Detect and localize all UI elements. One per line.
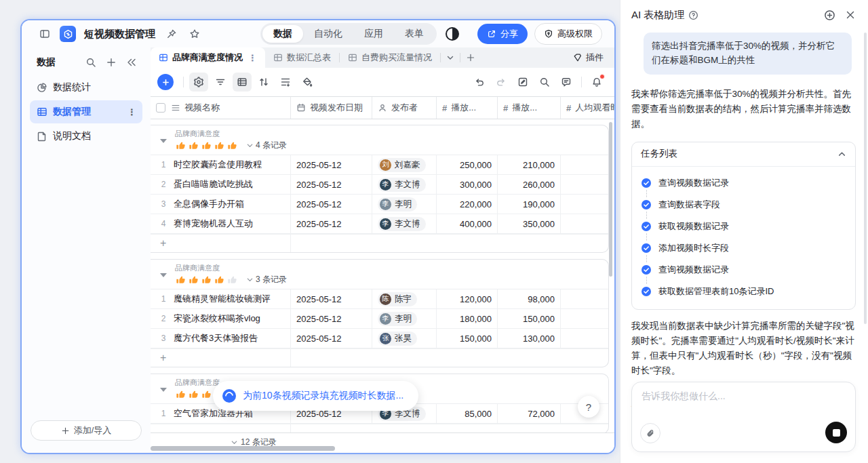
close-icon[interactable] [845,9,856,21]
theme-toggle-icon[interactable] [445,26,460,41]
search-table-icon[interactable] [535,73,554,92]
table-row[interactable]: 4赛博宠物机器人互动2025-05-12李李文博400,000350,000 [151,214,608,234]
add-row-button[interactable]: + [151,348,608,367]
filter-icon[interactable] [211,73,230,92]
advanced-permission-button[interactable]: 高级权限 [534,23,602,45]
group-record-count[interactable]: 4 条记录 [246,140,287,151]
table-row[interactable]: 2蛋白喵喵脆试吃挑战2025-05-12李李文博300,000260,000 [151,175,608,195]
horizontal-scrollbar[interactable] [151,446,335,451]
table-group-0: 品牌商满意度4 条记录1时空胶囊药盒使用教程2025-05-12刘刘嘉豪250,… [151,125,609,253]
group-collapse-icon[interactable] [160,388,167,392]
group-record-count[interactable]: 3 条记录 [246,274,287,285]
attachment-icon[interactable] [640,423,660,443]
collapse-sidebar-icon[interactable] [123,54,140,71]
ai-progress-toast: 为前10条视频记录填充视频时长数据... [213,381,418,411]
row-height-icon[interactable] [276,73,295,92]
base-app-window: 短视频数据管理 数据自动化应用表单 分享 高级权限 数据 [20,19,616,454]
avatar: 李 [380,199,391,210]
form-view-icon[interactable] [513,73,532,92]
check-circle-icon [641,199,652,210]
table-row[interactable]: 3魔方代餐3天体验报告2025-05-12张张昊150,000130,000 [151,329,608,348]
table-row[interactable]: 3全息偶像手办开箱2025-05-12李李明220,000190,000 [151,195,608,214]
new-chat-icon[interactable] [824,9,835,21]
video-title: 时空胶囊药盒使用教程 [174,159,262,171]
group-field-label: 品牌商满意度 [175,263,608,273]
avatar: 张 [380,333,391,344]
publish-date: 2025-05-12 [291,214,372,233]
sidebar-item-1[interactable]: 数据管理⋮ [30,100,142,123]
field-settings-icon[interactable] [189,73,208,92]
sheet-tab-2[interactable]: 自费购买流量情况 [340,47,440,68]
check-circle-icon [641,286,652,297]
share-button[interactable]: 分享 [477,24,528,44]
plays-2: 130,000 [498,329,561,348]
nav-tab-1[interactable]: 自动化 [303,25,353,43]
rating-thumbs [175,140,238,151]
group-header[interactable]: 品牌商满意度3 条记录 [151,260,608,289]
check-circle-icon [641,264,652,275]
add-import-button[interactable]: 添加/导入 [31,420,142,441]
star-icon[interactable] [186,26,203,42]
help-circle-icon[interactable] [688,10,698,20]
help-button[interactable]: ? [578,396,599,418]
table-row[interactable]: 2宋瓷冰裂纹杯喝茶vlog2025-05-12李李明180,000150,000 [151,309,608,329]
notification-bell-icon[interactable] [587,73,606,92]
nav-tab-3[interactable]: 表单 [394,25,435,43]
add-record-button[interactable] [157,74,174,90]
sheet-tab-active[interactable]: 品牌商满意度情况 ⋮ [151,47,265,68]
sort-icon[interactable] [254,73,273,92]
column-header-date[interactable]: 视频发布日期 [291,97,372,119]
tab-menu-icon[interactable]: ⋮ [248,53,257,63]
group-collapse-icon[interactable] [160,139,167,143]
column-header-name[interactable]: 视频名称 [151,97,291,119]
ai-panel-scrollbar[interactable] [864,33,867,324]
task-item-3: 添加视频时长字段 [641,237,846,259]
sidebar-item-0[interactable]: 数据统计 [30,76,142,99]
group-collapse-icon[interactable] [160,273,167,277]
publisher-chip: 李李明 [378,197,417,212]
nav-tab-0[interactable]: 数据 [262,25,303,43]
plays-1: 180,000 [437,309,498,328]
sidebar: 数据 数据统计数据管理⋮说明文档 添加/导入 [22,47,151,453]
plays-1: 400,000 [437,214,498,233]
pin-icon[interactable] [163,26,180,42]
video-title: 魔镜精灵智能梳妆镜测评 [174,293,271,305]
add-icon[interactable] [103,54,119,71]
group-header[interactable]: 品牌商满意度4 条记录 [151,125,608,155]
app-logo [60,26,76,42]
select-all-checkbox[interactable] [156,103,165,113]
sidebar-item-2[interactable]: 说明文档 [30,125,142,148]
stop-generation-button[interactable] [825,422,847,443]
table-row[interactable]: 1魔镜精灵智能梳妆镜测评2025-05-12陈陈宇120,00098,000 [151,289,608,309]
task-item-4: 查询视频数据记录 [641,259,846,281]
publish-date: 2025-05-12 [291,195,372,214]
redo-icon[interactable] [492,73,511,92]
undo-icon[interactable] [470,73,489,92]
paint-format-icon[interactable] [298,73,317,92]
column-header-avg-watch[interactable]: #人均观看时 [561,97,616,119]
comment-icon[interactable] [557,73,576,92]
sidebar-toggle-icon[interactable] [37,26,53,42]
column-header-plays1[interactable]: #播放... [437,97,498,119]
titlebar: 短视频数据管理 数据自动化应用表单 分享 高级权限 [22,20,614,47]
vertical-scrollbar[interactable] [609,122,612,277]
add-sheet-icon[interactable] [460,47,481,68]
table-row[interactable]: 1时空胶囊药盒使用教程2025-05-12刘刘嘉豪250,000210,000 [151,155,608,175]
task-item-2: 获取视频数据记录 [641,216,846,237]
task-item-5: 获取数据管理表前10条记录ID [641,281,846,302]
add-row-button[interactable]: + [151,234,608,252]
collapse-chevron-icon[interactable] [837,150,846,159]
ai-chat-input[interactable]: 告诉我你想做什么... [631,382,856,452]
column-header-plays2[interactable]: #播放... [498,97,561,119]
group-icon[interactable] [233,73,252,92]
plugin-button[interactable]: 插件 [562,47,614,68]
nav-tabs: 数据自动化应用表单 [260,23,437,45]
ai-analysis-text-1: 我发现当前数据表中缺少计算完播率所需的关键字段"视频时长"。完播率需要通过"人均… [631,319,856,379]
nav-tab-2[interactable]: 应用 [353,25,394,43]
search-icon[interactable] [83,54,99,71]
column-header-publisher[interactable]: 发布者 [372,97,437,119]
item-menu-icon[interactable]: ⋮ [127,107,137,117]
publish-date: 2025-05-12 [291,309,372,328]
sheet-tab-1[interactable]: 数据汇总表 [265,47,339,68]
tab-list-dropdown-icon[interactable] [441,47,460,68]
